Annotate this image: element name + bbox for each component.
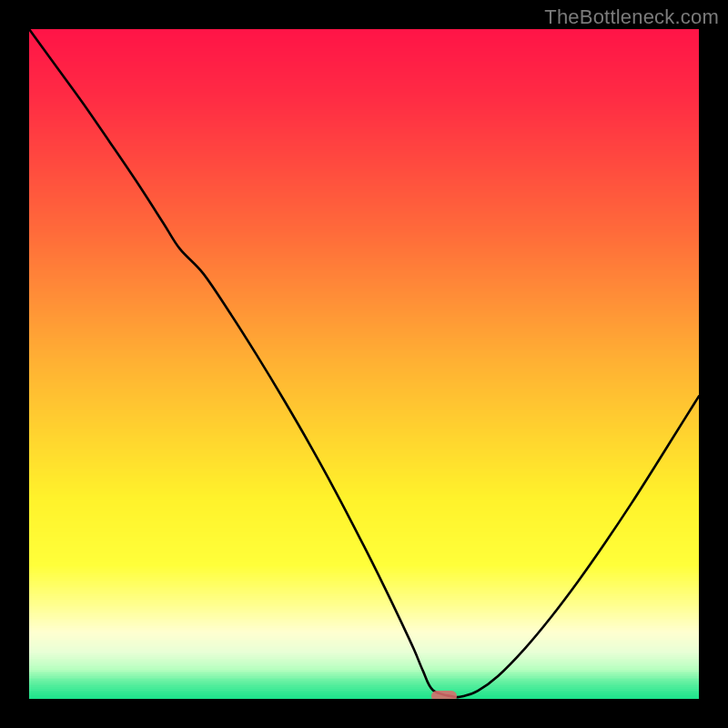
chart-frame: TheBottleneck.com [0,0,728,728]
watermark-text: TheBottleneck.com [544,5,719,29]
plot-area [29,29,699,699]
background-gradient [29,29,699,699]
